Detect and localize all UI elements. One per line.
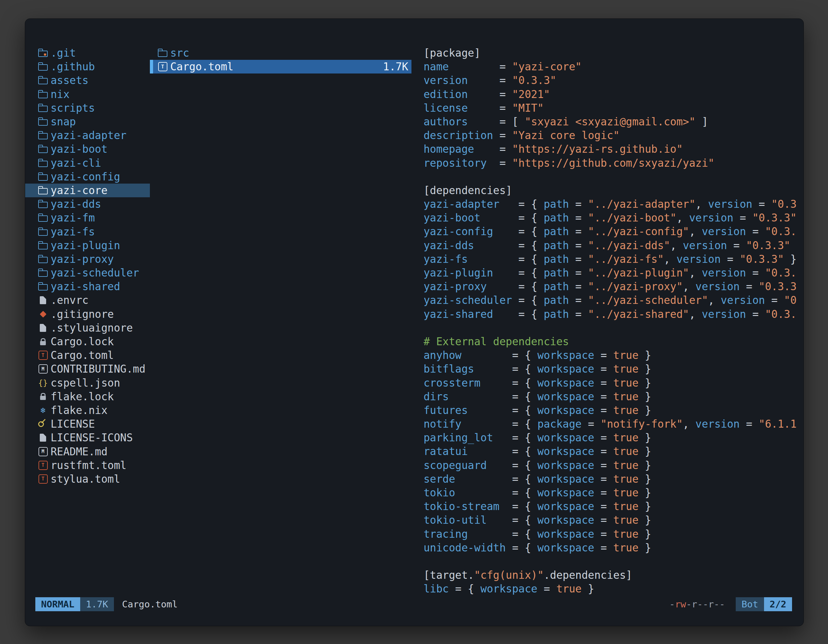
parent-dir-entry[interactable]: ❄flake.nix	[35, 403, 150, 417]
toml-icon: T	[155, 62, 170, 71]
gitignore-icon	[35, 312, 50, 317]
parent-dir-entry[interactable]: .gitignore	[35, 307, 150, 321]
parent-dir-entry[interactable]: yazi-scheduler	[35, 266, 150, 280]
terminal-window: .git.githubassetsnixscriptssnapyazi-adap…	[25, 19, 804, 626]
parent-dir-entry[interactable]: yazi-adapter	[35, 128, 150, 142]
parent-dir-entry[interactable]: Cargo.lock	[35, 335, 150, 348]
preview-line: unicode-width = { workspace = true }	[423, 541, 803, 555]
preview-line: yazi-boot = { path = "../yazi-boot", ver…	[423, 211, 803, 225]
preview-line: version = "0.3.3"	[423, 74, 803, 87]
parent-dir-entry[interactable]: assets	[35, 74, 150, 87]
folder-icon	[35, 241, 50, 249]
preview-line: tokio = { workspace = true }	[423, 486, 803, 500]
entry-label: snap	[50, 116, 76, 128]
parent-dir-entry[interactable]: {}cspell.json	[35, 376, 150, 390]
json-icon: {}	[35, 379, 50, 387]
parent-dir-entry[interactable]: yazi-fm	[35, 211, 150, 225]
parent-dir-entry[interactable]: yazi-config	[35, 170, 150, 183]
preview-line: repository = "https://github.com/sxyazi/…	[423, 156, 803, 170]
folder-icon	[35, 145, 50, 153]
lock-icon	[35, 393, 50, 400]
preview-line: scopeguard = { workspace = true }	[423, 459, 803, 472]
parent-dir-entry[interactable]: yazi-shared	[35, 280, 150, 293]
git-folder-icon	[35, 49, 50, 57]
parent-dir-entry[interactable]: nix	[35, 88, 150, 101]
parent-dir-entry[interactable]: yazi-dds	[35, 197, 150, 211]
folder-icon	[35, 173, 50, 181]
parent-dir-entry[interactable]: LICENSE-ICONS	[35, 431, 150, 445]
license-key-icon	[35, 421, 50, 427]
entry-label: yazi-boot	[50, 143, 108, 155]
toml-icon: T	[35, 461, 50, 470]
entry-label: yazi-scheduler	[50, 266, 139, 279]
preview-line: yazi-shared = { path = "../yazi-shared",…	[423, 307, 803, 321]
entry-label: flake.lock	[50, 390, 114, 403]
entry-label: flake.nix	[50, 404, 108, 417]
current-dir-entry[interactable]: src	[150, 46, 411, 60]
preview-line: notify = { package = "notify-fork", vers…	[423, 417, 803, 431]
status-filename: Cargo.toml	[122, 599, 178, 610]
parent-dir-entry[interactable]: yazi-proxy	[35, 252, 150, 266]
folder-icon	[35, 228, 50, 236]
folder-icon	[35, 132, 50, 139]
preview-line: bitflags = { workspace = true }	[423, 362, 803, 376]
entry-label: cspell.json	[50, 377, 120, 389]
entry-label: yazi-fm	[50, 212, 95, 224]
parent-dir-entry[interactable]: Trustfmt.toml	[35, 459, 150, 472]
parent-dir-entry[interactable]: .styluaignore	[35, 321, 150, 335]
preview-line: tokio-stream = { workspace = true }	[423, 500, 803, 513]
preview-line: futures = { workspace = true }	[423, 403, 803, 417]
folder-icon	[35, 104, 50, 112]
parent-dir-entry[interactable]: .envrc	[35, 293, 150, 307]
parent-dir-entry[interactable]: yazi-boot	[35, 142, 150, 156]
parent-dir-entry[interactable]: MREADME.md	[35, 445, 150, 458]
preview-line: serde = { workspace = true }	[423, 472, 803, 486]
toml-icon: T	[35, 351, 50, 360]
parent-dir-entry[interactable]: yazi-core	[25, 183, 150, 197]
file-preview-pane[interactable]: [package]name = "yazi-core"version = "0.…	[423, 46, 803, 597]
parent-dir-entry[interactable]: yazi-plugin	[35, 239, 150, 252]
folder-icon	[35, 255, 50, 263]
current-directory-pane[interactable]: srcTCargo.toml1.7K	[150, 46, 423, 597]
entry-label: assets	[50, 74, 88, 86]
entry-label: README.md	[50, 445, 108, 458]
folder-icon	[35, 90, 50, 98]
parent-dir-entry[interactable]: scripts	[35, 101, 150, 115]
preview-line: anyhow = { workspace = true }	[423, 348, 803, 362]
current-dir-entry[interactable]: TCargo.toml1.7K	[150, 60, 411, 74]
entry-label: yazi-plugin	[50, 239, 120, 252]
entry-label: .styluaignore	[50, 322, 133, 334]
entry-label: CONTRIBUTING.md	[50, 363, 146, 375]
parent-dir-entry[interactable]: TCargo.toml	[35, 348, 150, 362]
parent-dir-entry[interactable]: flake.lock	[35, 390, 150, 403]
parent-dir-entry[interactable]: MCONTRIBUTING.md	[35, 362, 150, 376]
mode-badge: NORMAL	[35, 597, 80, 611]
folder-icon	[35, 186, 50, 194]
entry-label: yazi-adapter	[50, 129, 126, 142]
parent-directory-pane[interactable]: .git.githubassetsnixscriptssnapyazi-adap…	[25, 46, 150, 597]
preview-line: [target."cfg(unix)".dependencies]	[423, 568, 803, 582]
preview-line: license = "MIT"	[423, 101, 803, 115]
entry-label: Cargo.lock	[50, 335, 114, 348]
entry-label: .github	[50, 60, 95, 73]
preview-line: parking_lot = { workspace = true }	[423, 431, 803, 445]
entry-label: yazi-proxy	[50, 253, 114, 265]
folder-icon	[155, 49, 170, 57]
file-size-badge: 1.7K	[80, 597, 114, 611]
parent-dir-entry[interactable]: .git	[35, 46, 150, 60]
parent-dir-entry[interactable]: LICENSE	[35, 417, 150, 431]
preview-line: homepage = "https://yazi-rs.github.io"	[423, 142, 803, 156]
preview-line: name = "yazi-core"	[423, 60, 803, 74]
entry-label: Cargo.toml	[50, 349, 114, 362]
parent-dir-entry[interactable]: .github	[35, 60, 150, 74]
parent-dir-entry[interactable]: snap	[35, 115, 150, 128]
folder-icon	[35, 200, 50, 208]
parent-dir-entry[interactable]: yazi-cli	[35, 156, 150, 170]
folder-icon	[35, 269, 50, 277]
preview-line: edition = "2021"	[423, 88, 803, 101]
entry-label: .envrc	[50, 294, 88, 306]
entry-label: .gitignore	[50, 308, 114, 320]
parent-dir-entry[interactable]: yazi-fs	[35, 225, 150, 238]
entry-label: scripts	[50, 102, 95, 114]
parent-dir-entry[interactable]: Tstylua.toml	[35, 472, 150, 486]
